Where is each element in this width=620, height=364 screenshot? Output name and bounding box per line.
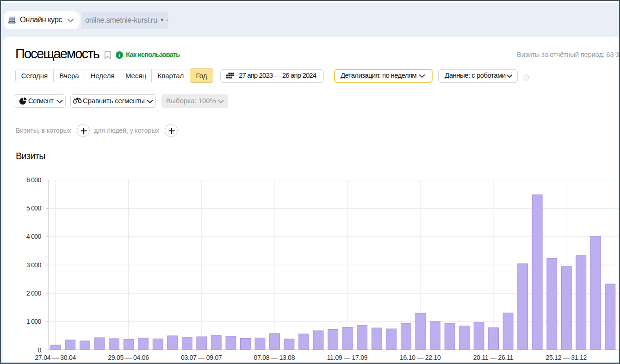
- svg-text:07.08 — 13.08: 07.08 — 13.08: [254, 354, 295, 361]
- svg-text:4 000: 4 000: [26, 233, 41, 240]
- svg-text:27.04 — 30.04: 27.04 — 30.04: [35, 354, 76, 361]
- svg-text:1 000: 1 000: [26, 318, 41, 325]
- svg-text:20.11 — 26.11: 20.11 — 26.11: [473, 354, 514, 361]
- svg-text:25.12 — 31.12: 25.12 — 31.12: [546, 354, 587, 361]
- svg-text:0: 0: [37, 346, 41, 354]
- svg-text:03.07 — 09.07: 03.07 — 09.07: [181, 354, 222, 361]
- svg-text:3 000: 3 000: [26, 261, 41, 269]
- svg-text:5 000: 5 000: [26, 204, 41, 212]
- svg-text:11.09 — 17.09: 11.09 — 17.09: [327, 354, 368, 361]
- svg-text:16.10 — 22.10: 16.10 — 22.10: [400, 354, 441, 361]
- svg-text:2 000: 2 000: [26, 290, 41, 297]
- svg-text:29.05 — 04.06: 29.05 — 04.06: [108, 354, 149, 361]
- svg-text:i: i: [118, 52, 120, 58]
- svg-text:6 000: 6 000: [26, 176, 41, 184]
